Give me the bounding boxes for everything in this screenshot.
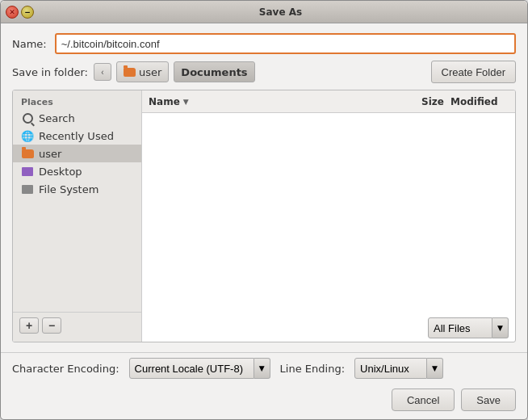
folder-row: Save in folder: ‹ user Documents Create … <box>12 61 516 83</box>
create-folder-button[interactable]: Create Folder <box>431 61 516 83</box>
minimize-button[interactable]: − <box>21 6 34 19</box>
cancel-button[interactable]: Cancel <box>392 388 455 411</box>
line-ending-label: Line Ending: <box>280 363 345 375</box>
folder-icon <box>124 68 136 77</box>
name-row: Name: <box>12 33 516 54</box>
column-size: Size <box>396 96 444 107</box>
sidebar-filesystem-label: File System <box>39 183 98 195</box>
encoding-dropdown-arrow[interactable]: ▼ <box>254 358 270 379</box>
save-button[interactable]: Save <box>461 388 516 411</box>
sidebar-item-recently-used[interactable]: 🌐 Recently Used <box>13 127 141 145</box>
line-ending-dropdown[interactable]: Unix/Linux ▼ <box>354 358 443 379</box>
file-list[interactable] <box>142 113 515 314</box>
back-button[interactable]: ‹ <box>94 63 111 81</box>
sidebar-item-desktop[interactable]: Desktop <box>13 162 141 180</box>
filename-input[interactable] <box>55 33 516 54</box>
remove-bookmark-button[interactable]: − <box>42 317 61 334</box>
breadcrumb-user-label: user <box>139 66 161 78</box>
breadcrumb-documents[interactable]: Documents <box>174 61 254 82</box>
encoding-label: Character Encoding: <box>12 363 119 375</box>
search-icon <box>21 111 34 124</box>
breadcrumb-documents-label: Documents <box>181 66 247 78</box>
sidebar-desktop-label: Desktop <box>39 166 82 178</box>
user-folder-icon <box>21 147 34 160</box>
desktop-icon <box>21 165 34 178</box>
breadcrumb-user[interactable]: user <box>116 61 169 82</box>
column-modified: Modified <box>444 96 509 107</box>
encoding-dropdown[interactable]: Current Locale (UTF-8) ▼ <box>129 358 270 379</box>
titlebar-buttons: ✕ − <box>6 6 34 19</box>
titlebar: ✕ − Save As <box>1 1 527 23</box>
file-filter-dropdown[interactable]: All Files ▼ <box>428 317 509 338</box>
save-as-dialog: ✕ − Save As Name: Save in folder: ‹ user… <box>0 0 528 420</box>
sidebar-item-user[interactable]: user <box>13 145 141 162</box>
file-filter-select[interactable]: All Files <box>428 317 492 338</box>
filter-dropdown-arrow[interactable]: ▼ <box>492 317 509 338</box>
column-name[interactable]: Name ▼ <box>149 96 396 107</box>
file-pane: Name ▼ Size Modified All Files ▼ <box>142 90 515 342</box>
add-bookmark-button[interactable]: + <box>19 317 39 334</box>
dialog-buttons: Cancel Save <box>1 384 527 419</box>
line-ending-select[interactable]: Unix/Linux <box>354 358 427 379</box>
filesystem-icon <box>21 183 34 195</box>
dialog-content: Name: Save in folder: ‹ user Documents C… <box>1 23 527 352</box>
sidebar-item-search[interactable]: Search <box>13 109 141 127</box>
sidebar: Places Search 🌐 Recently Used <box>13 90 142 342</box>
sort-arrow: ▼ <box>183 98 189 106</box>
main-area: Places Search 🌐 Recently Used <box>12 90 516 342</box>
places-label: Places <box>13 94 141 109</box>
bottom-options: Character Encoding: Current Locale (UTF-… <box>1 352 527 384</box>
name-label: Name: <box>12 38 47 50</box>
close-button[interactable]: ✕ <box>6 6 19 19</box>
file-header: Name ▼ Size Modified <box>142 90 515 113</box>
save-in-label: Save in folder: <box>12 66 89 78</box>
sidebar-user-label: user <box>39 148 61 160</box>
sidebar-item-filesystem[interactable]: File System <box>13 180 141 198</box>
sidebar-footer: + − <box>13 312 141 338</box>
sidebar-recently-label: Recently Used <box>39 130 114 142</box>
sidebar-search-label: Search <box>39 112 75 124</box>
encoding-select[interactable]: Current Locale (UTF-8) <box>129 358 254 379</box>
line-ending-dropdown-arrow[interactable]: ▼ <box>427 358 443 379</box>
window-title: Save As <box>39 6 522 18</box>
filter-bar: All Files ▼ <box>142 314 515 342</box>
recently-used-icon: 🌐 <box>21 129 34 142</box>
